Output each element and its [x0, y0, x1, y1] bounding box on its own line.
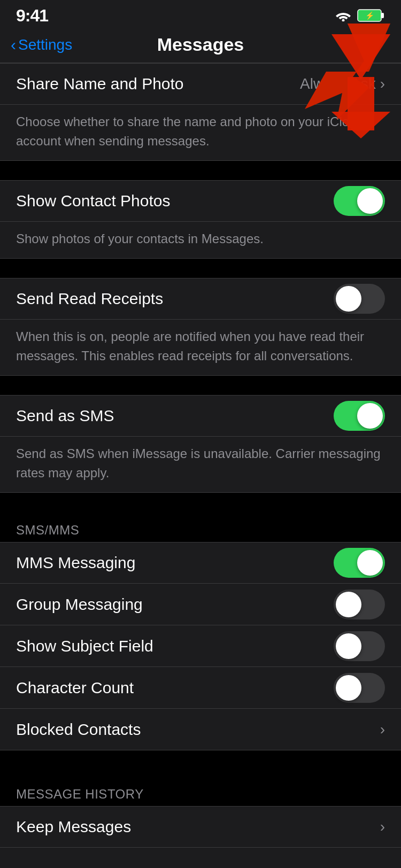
- mms-messaging-label: MMS Messaging: [16, 554, 135, 572]
- nav-wrapper: ‹ Settings Messages: [0, 29, 401, 63]
- send-as-sms-knob: [357, 403, 383, 429]
- blocked-contacts-label: Blocked Contacts: [16, 720, 141, 739]
- keep-messages-row[interactable]: Keep Messages ›: [0, 806, 401, 848]
- blocked-contacts-chevron: ›: [380, 721, 385, 738]
- gap-1: [0, 161, 401, 180]
- bottom-area: [0, 848, 401, 868]
- send-read-receipts-desc-row: When this is on, people are notified whe…: [0, 320, 401, 376]
- blocked-contacts-value: ›: [380, 721, 385, 738]
- gap-5: [0, 750, 401, 776]
- show-subject-field-knob: [336, 633, 361, 659]
- mms-messaging-row[interactable]: MMS Messaging: [0, 542, 401, 584]
- mms-messaging-knob: [357, 550, 383, 576]
- send-read-receipts-label: Send Read Receipts: [16, 290, 163, 308]
- send-read-receipts-knob: [336, 286, 361, 312]
- svg-text:⚡: ⚡: [365, 11, 375, 20]
- show-contact-photos-row[interactable]: Show Contact Photos: [0, 180, 401, 222]
- keep-messages-label: Keep Messages: [16, 818, 131, 836]
- show-subject-field-row[interactable]: Show Subject Field: [0, 625, 401, 667]
- gap-4: [0, 493, 401, 512]
- status-bar: 9:41 ⚡: [0, 0, 401, 29]
- sms-mms-section-label: SMS/MMS: [0, 512, 401, 542]
- send-as-sms-desc: Send as SMS when iMessage is unavailable…: [16, 446, 381, 480]
- share-name-photo-desc: Choose whether to share the name and pho…: [16, 114, 364, 148]
- show-contact-photos-knob: [357, 188, 383, 214]
- show-contact-photos-label: Show Contact Photos: [16, 192, 171, 210]
- status-time: 9:41: [16, 6, 48, 26]
- share-name-photo-value[interactable]: Always Ask ›: [300, 75, 385, 92]
- message-history-section-label: MESSAGE HISTORY: [0, 776, 401, 806]
- share-name-photo-chevron: ›: [380, 75, 385, 92]
- status-icons: ⚡: [335, 9, 385, 22]
- send-as-sms-row[interactable]: Send as SMS: [0, 395, 401, 437]
- show-subject-field-toggle[interactable]: [334, 631, 385, 661]
- share-name-photo-current: Always Ask: [300, 75, 376, 92]
- send-as-sms-desc-row: Send as SMS when iMessage is unavailable…: [0, 437, 401, 493]
- keep-messages-chevron: ›: [380, 818, 385, 835]
- group-messaging-label: Group Messaging: [16, 595, 143, 614]
- character-count-knob: [336, 675, 361, 701]
- group-messaging-row[interactable]: Group Messaging: [0, 584, 401, 625]
- battery-icon: ⚡: [357, 9, 385, 22]
- group-messaging-knob: [336, 592, 361, 617]
- back-button[interactable]: ‹ Settings: [11, 36, 72, 53]
- character-count-row[interactable]: Character Count: [0, 667, 401, 709]
- send-read-receipts-toggle[interactable]: [334, 284, 385, 314]
- character-count-label: Character Count: [16, 679, 134, 697]
- send-as-sms-toggle[interactable]: [334, 401, 385, 431]
- character-count-toggle[interactable]: [334, 673, 385, 703]
- send-as-sms-label: Send as SMS: [16, 407, 114, 425]
- page-title: Messages: [157, 34, 244, 55]
- send-read-receipts-row[interactable]: Send Read Receipts: [0, 278, 401, 320]
- show-contact-photos-toggle[interactable]: [334, 186, 385, 216]
- gap-3: [0, 376, 401, 395]
- show-subject-field-label: Show Subject Field: [16, 637, 153, 655]
- show-contact-photos-desc: Show photos of your contacts in Messages…: [16, 231, 264, 246]
- settings-content: Share Name and Photo Always Ask › Choose…: [0, 63, 401, 848]
- share-name-photo-desc-row: Choose whether to share the name and pho…: [0, 105, 401, 161]
- share-name-photo-label: Share Name and Photo: [16, 75, 184, 93]
- keep-messages-value: ›: [380, 818, 385, 835]
- svg-rect-2: [381, 13, 384, 18]
- nav-bar: ‹ Settings Messages: [0, 29, 401, 63]
- mms-messaging-toggle[interactable]: [334, 548, 385, 578]
- svg-point-0: [342, 19, 345, 22]
- wifi-icon: [335, 10, 352, 21]
- back-chevron-icon: ‹: [11, 37, 16, 53]
- group-messaging-toggle[interactable]: [334, 590, 385, 619]
- share-name-photo-row[interactable]: Share Name and Photo Always Ask ›: [0, 63, 401, 105]
- blocked-contacts-row[interactable]: Blocked Contacts ›: [0, 709, 401, 750]
- send-read-receipts-desc: When this is on, people are notified whe…: [16, 329, 364, 363]
- show-contact-photos-desc-row: Show photos of your contacts in Messages…: [0, 222, 401, 259]
- gap-2: [0, 259, 401, 278]
- back-label: Settings: [18, 36, 72, 53]
